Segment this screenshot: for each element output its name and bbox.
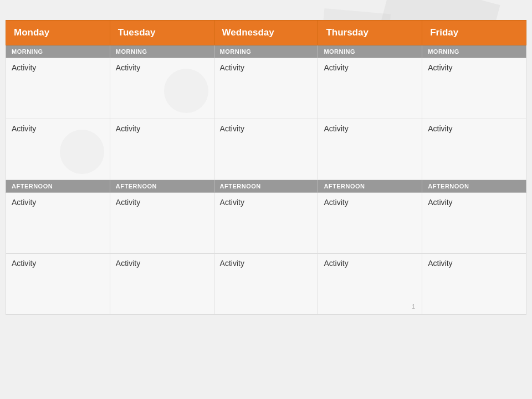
section-label-tuesday-1: AFTERNOON xyxy=(110,180,214,193)
col-header-thursday: Thursday xyxy=(318,21,422,45)
section-label-thursday-0: MORNING xyxy=(318,45,422,58)
activity-row: ActivityActivityActivityActivity1Activit… xyxy=(6,254,526,315)
activity-cell[interactable]: Activity xyxy=(110,119,214,180)
activity-text: Activity xyxy=(324,63,348,72)
activity-text: Activity xyxy=(116,124,140,133)
activity-text: Activity xyxy=(12,198,36,207)
activity-text: Activity xyxy=(116,198,140,207)
section-label-friday-1: AFTERNOON xyxy=(422,180,526,193)
activity-row: ActivityActivityActivityActivityActivity xyxy=(6,193,526,254)
section-label-friday-0: MORNING xyxy=(422,45,526,58)
activity-cell[interactable]: Activity xyxy=(6,58,110,119)
activity-cell[interactable]: Activity xyxy=(214,119,318,180)
activity-cell[interactable]: Activity xyxy=(214,254,318,315)
activity-text: Activity xyxy=(12,63,36,72)
section-label-row-0: MORNINGMORNINGMORNINGMORNINGMORNING xyxy=(6,45,526,58)
section-label-tuesday-0: MORNING xyxy=(110,45,214,58)
activity-cell[interactable]: Activity xyxy=(318,119,422,180)
activity-text: Activity xyxy=(12,124,36,133)
activity-text: Activity xyxy=(116,259,140,268)
activity-cell[interactable]: Activity xyxy=(214,58,318,119)
activity-text: Activity xyxy=(324,259,348,268)
section-label-monday-0: MORNING xyxy=(6,45,110,58)
activity-text: Activity xyxy=(220,124,244,133)
section-label-wednesday-1: AFTERNOON xyxy=(214,180,318,193)
header-row: MondayTuesdayWednesdayThursdayFriday xyxy=(6,21,526,45)
activity-cell[interactable]: Activity xyxy=(110,193,214,254)
activity-cell[interactable]: Activity xyxy=(422,58,526,119)
activity-text: Activity xyxy=(428,259,452,268)
activity-cell[interactable]: Activity xyxy=(6,254,110,315)
section-label-monday-1: AFTERNOON xyxy=(6,180,110,193)
section-label-thursday-1: AFTERNOON xyxy=(318,180,422,193)
activity-row: ActivityActivityActivityActivityActivity xyxy=(6,58,526,119)
activity-cell[interactable]: Activity xyxy=(110,58,214,119)
activity-text: Activity xyxy=(324,124,348,133)
col-header-tuesday: Tuesday xyxy=(110,21,214,45)
activity-text: Activity xyxy=(220,259,244,268)
col-header-monday: Monday xyxy=(6,21,110,45)
activity-text: Activity xyxy=(428,124,452,133)
section-label-row-1: AFTERNOONAFTERNOONAFTERNOONAFTERNOONAFTE… xyxy=(6,180,526,193)
activity-text: Activity xyxy=(116,63,140,72)
activity-cell[interactable]: Activity xyxy=(318,193,422,254)
activity-cell[interactable]: Activity1 xyxy=(318,254,422,315)
activity-cell[interactable]: Activity xyxy=(6,119,110,180)
col-header-wednesday: Wednesday xyxy=(214,21,318,45)
page-number: 1 xyxy=(412,303,415,310)
activity-cell[interactable]: Activity xyxy=(422,193,526,254)
activity-text: Activity xyxy=(428,198,452,207)
activity-text: Activity xyxy=(12,259,36,268)
activity-cell[interactable]: Activity xyxy=(6,193,110,254)
activity-cell[interactable]: Activity xyxy=(422,254,526,315)
col-header-friday: Friday xyxy=(422,21,526,45)
activity-row: ActivityActivityActivityActivityActivity xyxy=(6,119,526,180)
activity-cell[interactable]: Activity xyxy=(422,119,526,180)
activity-text: Activity xyxy=(220,63,244,72)
activity-text: Activity xyxy=(220,198,244,207)
activity-cell[interactable]: Activity xyxy=(318,58,422,119)
activity-cell[interactable]: Activity xyxy=(110,254,214,315)
section-label-wednesday-0: MORNING xyxy=(214,45,318,58)
activity-cell[interactable]: Activity xyxy=(214,193,318,254)
activity-text: Activity xyxy=(428,63,452,72)
calendar-grid: MondayTuesdayWednesdayThursdayFriday MOR… xyxy=(6,20,526,315)
activity-text: Activity xyxy=(324,198,348,207)
